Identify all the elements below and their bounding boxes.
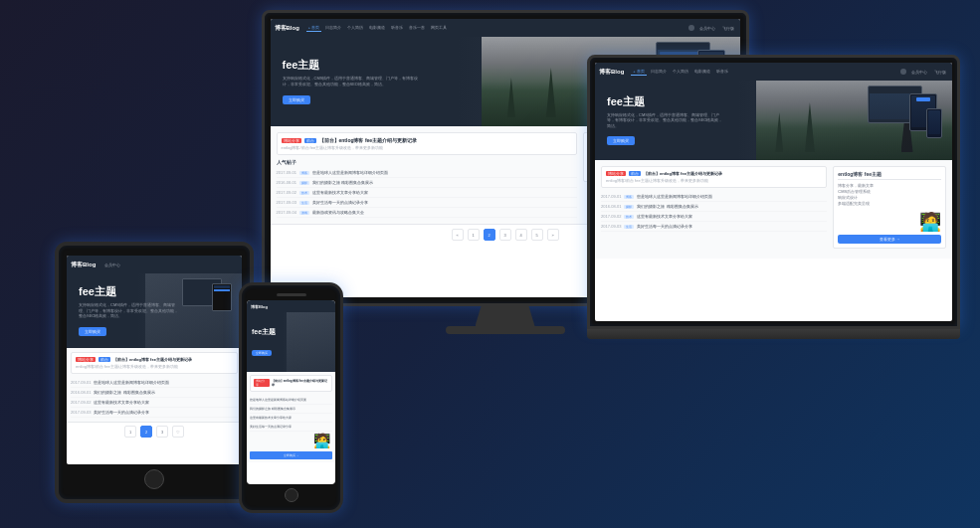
featured-post: 博站分享 前台 【前台】entlog博客 fee主题介绍与更新记录 entlog… bbox=[277, 132, 578, 155]
laptop-title-3[interactable]: 美好生活每一天的点滴记录分享 bbox=[637, 224, 827, 229]
list-tag-3: 生活 bbox=[299, 201, 309, 205]
post-title[interactable]: 【前台】entlog博客 fee主题介绍与更新记录 bbox=[319, 137, 418, 143]
laptop-hero-cta[interactable]: 立即购买 bbox=[607, 136, 635, 145]
page-btn-3[interactable]: 3 bbox=[499, 229, 511, 241]
nav-item-6: 网页工具 bbox=[429, 24, 449, 32]
tablet-devices bbox=[167, 278, 237, 343]
laptop-nav-1: 日志简介 bbox=[649, 68, 669, 76]
phone-website: 博客Blog fee主题 立即购买 博站分享 【前台】entlog博客 f bbox=[247, 300, 335, 484]
list-title-0[interactable]: 您是地球人这里是新闻博客站详细介绍页面 bbox=[312, 170, 577, 175]
laptop-nav-right: 会员中心 飞行版 bbox=[900, 69, 948, 76]
list-title-2[interactable]: 这里有最新技术文章分享给大家 bbox=[312, 190, 577, 195]
page-btn-5[interactable]: 5 bbox=[531, 229, 543, 241]
tablet-page-3[interactable]: 3 bbox=[156, 426, 168, 438]
tablet-tag-red: 博站分享 bbox=[76, 357, 96, 362]
laptop-tag-3: 生活 bbox=[624, 225, 634, 229]
list-item: 2017-09-03 生活 美好生活每一天的点滴记录分享 bbox=[277, 198, 578, 208]
laptop-list-2: 2017-09-02 技术 这里有最新技术文章分享给大家 bbox=[601, 212, 827, 222]
tablet-pagination: 1 2 3 ♡ bbox=[67, 422, 242, 440]
list-item: 2017-09-01 博客 您是地球人这里是新闻博客站详细介绍页面 bbox=[277, 168, 578, 178]
list-tag-1: 摄影 bbox=[299, 181, 309, 185]
tablet-post-meta: entlog博客/前台 fee主题让博客升级改造，带来更多新功能 bbox=[76, 364, 233, 369]
list-date-2: 2017-09-02 bbox=[277, 190, 296, 195]
nav-items: + 首页 日志简介 个人简历 电影频道 听音乐 音乐一首 网页工具 bbox=[306, 24, 686, 32]
page-btn-1[interactable]: 1 bbox=[468, 229, 480, 241]
tablet-title-1: 我们的摄影之旅 精彩图集合集展示 bbox=[94, 390, 238, 395]
nav-item-2: 个人简历 bbox=[345, 24, 365, 32]
phone-cta[interactable]: 立即购买 → bbox=[250, 451, 332, 459]
phone-home-button[interactable] bbox=[285, 488, 298, 502]
tablet-title-2: 这里有最新技术文章分享给大家 bbox=[94, 400, 238, 405]
nav-member: 会员中心 bbox=[697, 25, 717, 32]
hero-cta[interactable]: 立即购买 bbox=[283, 95, 310, 104]
laptop-widget-content: 博客分享，最新文章 CMS后台管理系统 响应式设计 多端适配完美呈现 bbox=[838, 183, 941, 207]
post-tag-blue: 前台 bbox=[304, 138, 316, 143]
laptop-post-bar: 博站分享 前台 【前台】entlog博客 fee主题介绍与更新记录 bbox=[606, 171, 822, 176]
phone-device: 博客Blog fee主题 立即购买 博站分享 【前台】entlog博客 f bbox=[239, 282, 343, 513]
laptop-date-2: 2017-09-02 bbox=[601, 214, 621, 219]
phone-post-bar: 博站分享 【前台】entlog博客 fee主题介绍与更新记录 bbox=[254, 379, 328, 387]
tablet-hero-desc: 支持响应格式化，CMS插件，适用于普通博客、商城管理、门户等，有博客设计，非常受… bbox=[79, 302, 178, 319]
laptop-cta-btn[interactable]: 查看更多 → bbox=[838, 235, 941, 244]
tablet-date-3: 2017-09-03 bbox=[71, 410, 91, 415]
website-nav: 博客Blog + 首页 日志简介 个人简历 电影频道 听音乐 音乐一首 网页工具… bbox=[271, 19, 740, 37]
tablet-frame: 博客Blog 会员中心 fee主题 支持响应格式化，CMS插件，适用于普通博客、… bbox=[55, 242, 254, 503]
tablet-hero: fee主题 支持响应格式化，CMS插件，适用于普通博客、商城管理、门户等，有博客… bbox=[67, 273, 242, 348]
laptop-search-icon bbox=[900, 69, 906, 75]
list-title-1[interactable]: 我们的摄影之旅 精彩图集合集展示 bbox=[312, 180, 577, 185]
nav-right: 会员中心 飞行版 bbox=[688, 25, 736, 32]
tablet-device: 博客Blog 会员中心 fee主题 支持响应格式化，CMS插件，适用于普通博客、… bbox=[55, 242, 254, 503]
laptop-main: 博站分享 前台 【前台】entlog博客 fee主题介绍与更新记录 entlog… bbox=[601, 166, 827, 253]
tablet-post-title: 【前台】entlog博客 fee主题介绍与更新记录 bbox=[113, 357, 192, 362]
tablet-page-fav[interactable]: ♡ bbox=[172, 426, 184, 438]
list-title-4[interactable]: 最新游戏资讯与攻略合集大全 bbox=[312, 210, 577, 215]
phone-hero-text: fee主题 立即购买 bbox=[252, 327, 330, 358]
list-item: 2016-08-01 摄影 我们的摄影之旅 精彩图集合集展示 bbox=[277, 178, 578, 188]
laptop-title-2[interactable]: 这里有最新技术文章分享给大家 bbox=[637, 214, 827, 219]
laptop-char-icon: 🧑‍💻 bbox=[919, 211, 941, 233]
page-btn-4[interactable]: 4 bbox=[515, 229, 527, 241]
tablet-device-tablet bbox=[212, 283, 232, 311]
laptop-nav-member: 会员中心 bbox=[909, 69, 929, 76]
list-date-1: 2016-08-01 bbox=[277, 180, 296, 185]
nav-item-1: 日志简介 bbox=[323, 24, 343, 32]
laptop-nav-home: + 首页 bbox=[631, 68, 646, 76]
laptop-title-0[interactable]: 您是地球人这里是新闻博客站详细介绍页面 bbox=[637, 194, 827, 199]
page-btn-prev[interactable]: « bbox=[452, 229, 464, 241]
laptop-website: 博客Blog + 首页 日志简介 个人简历 电影频道 听音乐 会员中心 飞行版 bbox=[595, 63, 952, 321]
phone-list-title-2: 这里有最新技术文章分享给大家 bbox=[250, 416, 332, 420]
list-tag-0: 博客 bbox=[299, 171, 309, 175]
laptop-nav-items: + 首页 日志简介 个人简历 电影频道 听音乐 bbox=[631, 68, 897, 76]
tablet-list-item-2: 2017-09-02 这里有最新技术文章分享给大家 bbox=[71, 398, 238, 408]
tablet-page-2[interactable]: 2 bbox=[140, 426, 152, 438]
laptop-character: 🧑‍💻 bbox=[838, 211, 941, 233]
tablet-device-tablet-screen bbox=[214, 285, 230, 288]
hero-desc: 支持响应格式化，CMS插件，适用于普通博客、商城管理、门户等，有博客设计，非常受… bbox=[283, 76, 422, 87]
tablet-content: 博站分享 前台 【前台】entlog博客 fee主题介绍与更新记录 entlog… bbox=[67, 348, 242, 422]
tablet-list-item-0: 2017-09-01 您是地球人这里是新闻博客站详细介绍页面 bbox=[71, 378, 238, 388]
tablet-hero-cta[interactable]: 立即购买 bbox=[79, 327, 106, 336]
laptop-title-1[interactable]: 我们的摄影之旅 精彩图集合集展示 bbox=[637, 204, 827, 209]
laptop-hero-text: fee主题 支持响应格式化，CMS插件，适用于普通博客、商城管理、门户等，有博客… bbox=[607, 94, 940, 147]
laptop-post-title[interactable]: 【前台】entlog博客 fee主题介绍与更新记录 bbox=[644, 171, 722, 176]
laptop-screen-wrapper: 博客Blog + 首页 日志简介 个人简历 电影频道 听音乐 会员中心 飞行版 bbox=[587, 55, 960, 329]
laptop-widget-title: entlog博客 fee主题 bbox=[838, 171, 941, 180]
laptop-list-1: 2016-08-01 摄影 我们的摄影之旅 精彩图集合集展示 bbox=[601, 202, 827, 212]
laptop-post: 博站分享 前台 【前台】entlog博客 fee主题介绍与更新记录 entlog… bbox=[601, 166, 827, 188]
tablet-date-0: 2017-09-01 bbox=[71, 380, 91, 385]
list-item: 2017-09-02 技术 这里有最新技术文章分享给大家 bbox=[277, 188, 578, 198]
laptop-date-1: 2016-08-01 bbox=[601, 204, 621, 209]
phone-hero: fee主题 立即购买 bbox=[247, 312, 335, 372]
phone-hero-title: fee主题 bbox=[252, 327, 330, 337]
tablet-page-1[interactable]: 1 bbox=[124, 426, 136, 438]
phone-list-3: 美好生活每一天的点滴记录分享 bbox=[250, 423, 332, 432]
page-btn-next[interactable]: » bbox=[547, 229, 559, 241]
phone-hero-cta[interactable]: 立即购买 bbox=[252, 350, 272, 356]
tablet-home-button[interactable] bbox=[144, 469, 164, 489]
phone-frame: 博客Blog fee主题 立即购买 博站分享 【前台】entlog博客 f bbox=[239, 282, 343, 513]
laptop-hero-title: fee主题 bbox=[607, 94, 940, 109]
list-title-3[interactable]: 美好生活每一天的点滴记录分享 bbox=[312, 200, 577, 205]
laptop-nav-logo: 博客Blog bbox=[599, 68, 624, 77]
tablet-list-item-1: 2016-08-01 我们的摄影之旅 精彩图集合集展示 bbox=[71, 388, 238, 398]
page-btn-2[interactable]: 2 bbox=[484, 229, 495, 241]
